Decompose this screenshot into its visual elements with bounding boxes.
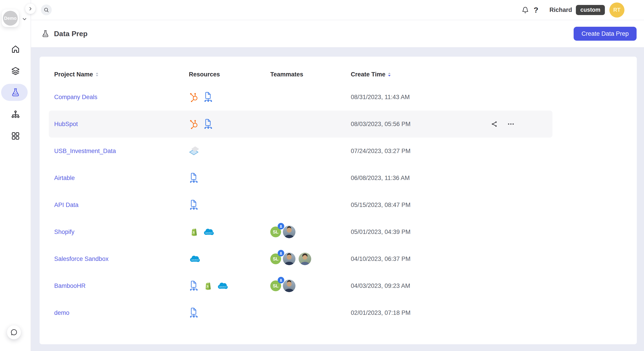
ellipsis-icon xyxy=(507,120,514,128)
salesforce-icon xyxy=(203,228,214,236)
layers-icon xyxy=(11,66,20,76)
resources-cell xyxy=(189,173,270,183)
project-name-link[interactable]: BambooHR xyxy=(54,283,86,289)
table-row[interactable]: demo 02/01/2023, 07:18 PM xyxy=(49,299,552,326)
shopify-icon xyxy=(203,281,213,291)
table-row[interactable]: Salesforce Sandbox SL 04/10/2023, 06:37 … xyxy=(49,245,552,272)
projects-card: Project Name Resources Teammates xyxy=(40,57,637,344)
file-network-icon xyxy=(189,307,199,318)
user-role-badge: custom xyxy=(576,5,605,15)
column-header-teammates: Teammates xyxy=(270,71,351,78)
topbar: ? Richard custom RT xyxy=(31,0,644,20)
bell-icon xyxy=(522,6,529,13)
teammate-initials: SL xyxy=(273,229,278,235)
teammate-owner-badge xyxy=(278,223,284,229)
teammate-avatar-initials[interactable]: SL xyxy=(270,227,281,237)
help-button[interactable]: ? xyxy=(531,4,542,15)
table-row[interactable]: HubSpot 08/03/2023, 05:56 PM xyxy=(49,111,552,137)
search-button[interactable] xyxy=(41,4,52,15)
chevron-right-icon xyxy=(28,6,33,11)
table-row[interactable]: Shopify SL 05/01/2023, 04:39 PM xyxy=(49,218,552,245)
teammate-avatar-photo[interactable] xyxy=(283,253,296,265)
column-header-create-time: Create Time xyxy=(351,71,452,78)
create-time-value: 08/31/2023, 11:43 AM xyxy=(351,94,452,101)
teammate-initials: SL xyxy=(273,283,278,289)
file-network-icon xyxy=(203,119,213,129)
column-header-project-name: Project Name xyxy=(54,71,189,78)
teammate-avatar-photo[interactable] xyxy=(298,253,311,265)
user-name: Richard xyxy=(550,6,572,13)
notifications-button[interactable] xyxy=(520,4,531,15)
create-time-value: 05/15/2023, 08:47 PM xyxy=(351,202,452,209)
project-name-link[interactable]: Airtable xyxy=(54,175,75,181)
salesforce-icon xyxy=(217,282,228,290)
sidebar-item-home[interactable] xyxy=(0,44,31,54)
chat-button[interactable] xyxy=(7,325,21,339)
project-name-link[interactable]: HubSpot xyxy=(54,121,78,127)
grid-icon xyxy=(11,131,20,141)
teammate-avatar-photo[interactable] xyxy=(283,280,296,292)
topbar-right: ? Richard custom RT xyxy=(520,2,644,17)
sidebar-expand-button[interactable] xyxy=(25,3,36,14)
project-name-link[interactable]: demo xyxy=(54,310,70,316)
user-badge-icon xyxy=(279,224,283,228)
teammate-initials: SL xyxy=(273,256,278,262)
layers-dataset-icon xyxy=(189,146,200,156)
flask-icon xyxy=(11,88,20,97)
resources-cell xyxy=(189,307,270,318)
sort-control-project-name[interactable] xyxy=(95,72,99,77)
workspace-logo[interactable]: Demo xyxy=(2,9,19,27)
resources-cell xyxy=(189,119,270,129)
sidebar-item-data-prep[interactable] xyxy=(0,88,31,97)
create-time-value: 06/08/2023, 11:36 AM xyxy=(351,175,452,182)
create-time-value: 04/03/2023, 09:23 AM xyxy=(351,283,452,290)
teammate-avatar-photo[interactable] xyxy=(283,226,296,238)
file-network-icon xyxy=(189,281,199,291)
content-area: Project Name Resources Teammates xyxy=(31,47,644,351)
teammates-cell: SL xyxy=(270,280,351,292)
resources-cell xyxy=(189,146,270,156)
main-area: ? Richard custom RT Data Prep Create Dat… xyxy=(31,0,644,351)
shopify-icon xyxy=(189,227,199,237)
project-name-link[interactable]: Salesforce Sandbox xyxy=(54,256,108,262)
more-options-button[interactable] xyxy=(507,120,514,128)
project-name-link[interactable]: USB_Investment_Data xyxy=(54,148,116,154)
create-time-value: 04/10/2023, 06:37 PM xyxy=(351,256,452,263)
sidebar-item-pipelines[interactable] xyxy=(0,110,31,119)
create-data-prep-button[interactable]: Create Data Prep xyxy=(574,27,636,41)
table-row[interactable]: BambooHR SL 04/03/2023, 09:23 AM xyxy=(49,272,552,299)
create-time-value: 08/03/2023, 05:56 PM xyxy=(351,121,452,128)
home-icon xyxy=(11,44,20,54)
teammate-avatar-initials[interactable]: SL xyxy=(270,281,281,291)
hierarchy-icon xyxy=(11,110,20,119)
file-network-icon xyxy=(203,92,213,102)
share-icon xyxy=(491,121,498,127)
resources-cell xyxy=(189,200,270,210)
user-avatar[interactable]: RT xyxy=(609,2,624,17)
resources-cell xyxy=(189,281,270,291)
file-network-icon xyxy=(189,200,199,210)
sidebar: Demo xyxy=(0,0,31,351)
table-row[interactable]: API Data 05/15/2023, 08:47 PM xyxy=(49,191,552,218)
teammate-avatar-initials[interactable]: SL xyxy=(270,254,281,264)
project-name-link[interactable]: Shopify xyxy=(54,229,74,235)
project-name-link[interactable]: API Data xyxy=(54,202,78,208)
table-row[interactable]: Company Deals 08/31/2023, 11:43 AM xyxy=(49,84,552,111)
teammate-owner-badge xyxy=(278,250,284,256)
salesforce-icon xyxy=(189,255,200,263)
share-button[interactable] xyxy=(491,121,498,127)
sort-control-create-time[interactable] xyxy=(388,72,391,77)
row-actions xyxy=(452,120,547,128)
file-network-icon xyxy=(189,173,199,183)
table-row[interactable]: USB_Investment_Data 07/24/2023, 03:27 PM xyxy=(49,137,552,164)
workspace-chevron-down-icon[interactable] xyxy=(22,16,28,22)
sidebar-item-datasets[interactable] xyxy=(0,66,31,76)
workspace-logo-label: Demo xyxy=(3,11,18,26)
hubspot-icon xyxy=(189,119,199,129)
flask-icon xyxy=(41,30,50,38)
project-name-link[interactable]: Company Deals xyxy=(54,94,97,100)
user-badge-icon xyxy=(279,278,283,282)
teammates-cell: SL xyxy=(270,253,351,265)
sidebar-item-apps[interactable] xyxy=(0,131,31,141)
table-row[interactable]: Airtable 06/08/2023, 11:36 AM xyxy=(49,164,552,191)
